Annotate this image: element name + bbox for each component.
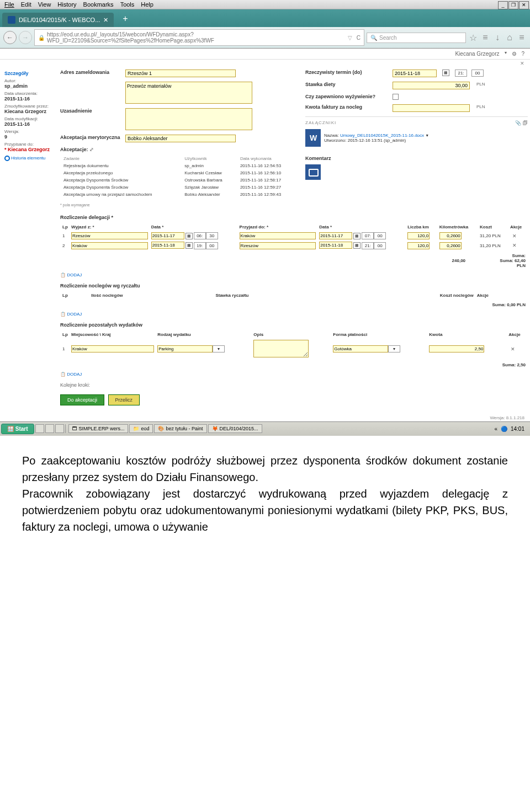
type-select[interactable]	[157, 345, 213, 352]
row-lp: 2	[61, 241, 69, 249]
close-window-button[interactable]: ✕	[519, 1, 529, 9]
start-button[interactable]: 🪟 Start	[1, 424, 34, 434]
star-icon[interactable]: ☆	[468, 33, 478, 42]
attachment-link[interactable]: Umowy_DEL01042015K_2015-11-16.docx	[340, 133, 424, 138]
approve-button[interactable]: Do akceptacji	[60, 394, 104, 405]
taskbar-item[interactable]: 🗔 SIMPLE.ERP wers...	[68, 424, 129, 433]
km-input[interactable]	[407, 232, 430, 239]
hour1-select[interactable]: 19:	[194, 242, 206, 249]
calendar-icon[interactable]: ▦	[186, 242, 193, 249]
menu-edit[interactable]: Edit	[21, 1, 31, 8]
min2-select[interactable]: 00	[374, 242, 386, 249]
hour1-select[interactable]: 06:	[194, 232, 206, 239]
materials-textarea[interactable]: Przewóz materiałów	[125, 82, 252, 104]
tray-icon[interactable]: «	[494, 426, 497, 432]
gear-icon[interactable]: ⚙	[512, 51, 517, 57]
dropdown-icon[interactable]: ▾	[213, 345, 225, 352]
taskbar-item[interactable]: 🦊 DEL/0104/2015...	[208, 424, 262, 433]
menu-bookmarks[interactable]: Bookmarks	[83, 1, 114, 8]
delegation-heading: Rozliczenie delegacji *	[60, 215, 528, 220]
payment-select[interactable]	[333, 345, 388, 352]
hamburger-icon[interactable]: ≡	[517, 33, 527, 42]
place-input[interactable]	[71, 345, 154, 352]
refresh-icon[interactable]: C	[357, 35, 361, 41]
approval-input[interactable]	[125, 135, 236, 142]
km-input[interactable]	[407, 242, 430, 249]
delete-row-icon[interactable]: ✕	[508, 346, 517, 352]
col-amount: Kwota	[428, 331, 506, 338]
term-hour-select[interactable]: 21:	[455, 70, 467, 77]
lodging-sum: Suma: 0,00 PLN	[60, 300, 528, 309]
delete-row-icon[interactable]: ✕	[510, 243, 519, 248]
help-icon[interactable]: ?	[521, 51, 524, 57]
expand-steps-icon[interactable]: ⤢	[89, 147, 94, 152]
menu-file[interactable]: File	[4, 1, 14, 8]
list-icon[interactable]: ≡	[480, 33, 490, 42]
quicklaunch-icon[interactable]	[55, 424, 64, 433]
new-tab-button[interactable]: +	[118, 13, 132, 27]
to-input[interactable]	[240, 242, 316, 249]
address-input[interactable]	[125, 70, 236, 77]
hour2-select[interactable]: 07:	[362, 232, 374, 239]
dropdown-icon[interactable]: ▾	[388, 345, 400, 352]
hotel-input[interactable]	[393, 104, 470, 112]
quicklaunch-icon[interactable]	[45, 424, 54, 433]
home-icon[interactable]: ⌂	[505, 33, 515, 42]
attachment-menu-icon[interactable]: ▼	[425, 133, 429, 137]
panel-close-icon[interactable]: ✕	[520, 61, 524, 66]
rate-input[interactable]	[439, 242, 462, 249]
min1-select[interactable]: 00	[206, 242, 218, 249]
history-link[interactable]: Historia elementu	[4, 156, 58, 161]
amount-input[interactable]	[429, 345, 484, 352]
calendar-icon[interactable]: ▦	[353, 242, 361, 249]
food-checkbox[interactable]	[393, 94, 399, 100]
system-tray[interactable]: « 🔵 14:01	[490, 425, 529, 433]
comment-icon[interactable]	[305, 164, 321, 180]
date1-input[interactable]	[151, 242, 184, 249]
url-input[interactable]: 🔒 https://eod.ur.edu.pl/_layouts/15/webc…	[34, 29, 364, 46]
search-icon: 🔍	[370, 35, 377, 41]
calendar-icon[interactable]: ▦	[353, 233, 361, 239]
attachment-actions[interactable]: 📎 🗐	[515, 120, 528, 126]
menu-history[interactable]: History	[57, 1, 76, 8]
from-input[interactable]	[71, 242, 148, 249]
justification-textarea[interactable]	[125, 108, 252, 130]
term-date-input[interactable]	[393, 70, 437, 77]
download-icon[interactable]: ↓	[492, 33, 502, 42]
hour2-select[interactable]: 21:	[362, 242, 374, 249]
rate-input[interactable]	[439, 232, 462, 239]
taskbar-item[interactable]: 📁 eod	[129, 424, 153, 433]
date2-input[interactable]	[319, 232, 352, 239]
calendar-icon[interactable]: ▦	[442, 70, 449, 76]
browser-tab[interactable]: DEL/0104/2015/K - WEBCO... ✕	[2, 13, 114, 27]
to-input[interactable]	[240, 232, 316, 239]
rate-input[interactable]	[393, 82, 470, 89]
recalc-button[interactable]: Przelicz	[108, 394, 140, 405]
term-min-select[interactable]: 00	[471, 70, 484, 77]
tab-close-icon[interactable]: ✕	[103, 17, 108, 24]
quicklaunch-icon[interactable]	[35, 424, 44, 433]
from-input[interactable]	[71, 232, 148, 239]
min1-select[interactable]: 30	[206, 232, 218, 239]
word-doc-icon[interactable]	[305, 129, 321, 147]
date1-input[interactable]	[151, 232, 184, 239]
search-input[interactable]: 🔍 Search	[367, 33, 466, 43]
reader-icon[interactable]: ▽	[348, 35, 352, 41]
user-name[interactable]: Kiecana Grzegorz	[455, 51, 499, 57]
forward-button[interactable]: →	[19, 31, 32, 44]
add-expense-button[interactable]: 📋 DODAJ	[60, 372, 528, 377]
menu-view[interactable]: View	[38, 1, 51, 8]
desc-textarea[interactable]	[253, 340, 309, 357]
back-button[interactable]: ←	[3, 31, 17, 44]
add-delegation-button[interactable]: 📋 DODAJ	[60, 273, 528, 277]
delete-row-icon[interactable]: ✕	[510, 233, 519, 239]
maximize-button[interactable]: ❐	[508, 1, 518, 9]
calendar-icon[interactable]: ▦	[186, 233, 193, 239]
date2-input[interactable]	[319, 242, 352, 249]
menu-help[interactable]: Help	[141, 1, 153, 8]
minimize-button[interactable]: _	[498, 1, 508, 9]
add-lodging-button[interactable]: 📋 DODAJ	[60, 312, 528, 317]
min2-select[interactable]: 00	[374, 232, 386, 239]
taskbar-item[interactable]: 🎨 bez tytułu - Paint	[154, 424, 206, 433]
menu-tools[interactable]: Tools	[120, 1, 135, 8]
